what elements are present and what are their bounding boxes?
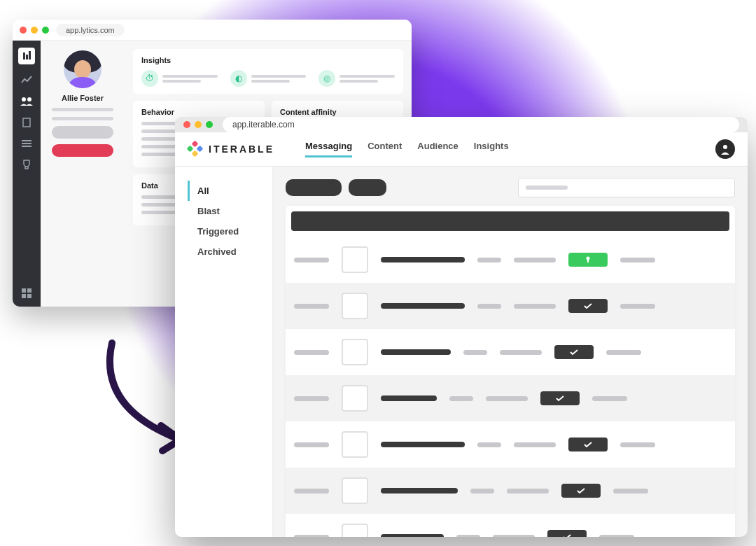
lytics-titlebar: app.lytics.com bbox=[13, 20, 412, 41]
thumbnail bbox=[342, 524, 368, 537]
search-input[interactable] bbox=[518, 178, 735, 197]
status-badge bbox=[540, 391, 580, 405]
status-badge bbox=[568, 253, 608, 267]
maximize-icon[interactable] bbox=[206, 121, 213, 128]
svg-rect-5 bbox=[23, 118, 30, 127]
close-icon[interactable] bbox=[183, 121, 190, 128]
insights-card: Insights ⏱ ◐ ◎ bbox=[133, 49, 403, 94]
iterable-logo[interactable]: ITERABLE bbox=[188, 141, 274, 157]
placeholder-line bbox=[514, 258, 556, 262]
table-row[interactable] bbox=[286, 329, 735, 375]
maximize-icon[interactable] bbox=[42, 27, 49, 34]
svg-rect-11 bbox=[22, 294, 26, 298]
thumbnail bbox=[342, 477, 368, 504]
analytics-icon[interactable] bbox=[20, 76, 33, 85]
svg-rect-15 bbox=[587, 260, 589, 262]
placeholder-line bbox=[620, 442, 655, 447]
document-icon[interactable] bbox=[20, 118, 33, 127]
brand-text: ITERABLE bbox=[209, 144, 274, 155]
placeholder-line bbox=[381, 303, 465, 309]
placeholder-line bbox=[493, 535, 535, 538]
placeholder-line bbox=[477, 304, 501, 309]
status-badge bbox=[554, 345, 594, 359]
nav-audience[interactable]: Audience bbox=[417, 141, 458, 158]
filter-button[interactable] bbox=[349, 179, 386, 196]
placeholder-line bbox=[500, 350, 542, 355]
placeholder-line bbox=[592, 396, 627, 401]
placeholder-line bbox=[381, 349, 451, 355]
thumbnail bbox=[342, 246, 368, 273]
card-title: Behavior bbox=[141, 108, 256, 116]
placeholder-line bbox=[507, 489, 549, 493]
placeholder-line bbox=[294, 535, 329, 538]
main-nav: Messaging Content Audience Insights bbox=[305, 141, 509, 158]
svg-rect-10 bbox=[27, 288, 31, 293]
sidebar-item-all[interactable]: All bbox=[188, 181, 272, 201]
iterable-logo-icon bbox=[188, 141, 203, 157]
avatar bbox=[64, 50, 102, 88]
table-row[interactable] bbox=[286, 237, 735, 283]
profile-panel: Allie Foster bbox=[41, 41, 125, 307]
iterable-window: app.iterable.com ITERABLE Messaging Cont… bbox=[175, 117, 748, 537]
nav-insights[interactable]: Insights bbox=[474, 141, 509, 158]
clock-icon: ⏱ bbox=[141, 70, 158, 87]
window-controls bbox=[20, 27, 49, 34]
status-badge bbox=[568, 438, 608, 451]
status-badge bbox=[547, 530, 587, 537]
placeholder-line bbox=[294, 396, 329, 401]
table-row[interactable] bbox=[286, 283, 735, 329]
placeholder-line bbox=[294, 489, 329, 493]
user-menu-icon[interactable] bbox=[715, 139, 735, 159]
placeholder-line bbox=[514, 304, 556, 309]
placeholder-line bbox=[294, 350, 329, 355]
placeholder-line bbox=[526, 186, 568, 190]
nav-messaging[interactable]: Messaging bbox=[305, 141, 352, 158]
minimize-icon[interactable] bbox=[31, 27, 38, 34]
people-icon[interactable] bbox=[20, 97, 33, 106]
nav-content[interactable]: Content bbox=[368, 141, 402, 158]
iterable-titlebar: app.iterable.com bbox=[175, 117, 748, 132]
minimize-icon[interactable] bbox=[195, 121, 202, 128]
table-row[interactable] bbox=[286, 468, 735, 514]
placeholder-line bbox=[514, 442, 556, 447]
trophy-icon[interactable] bbox=[20, 160, 33, 169]
sidebar-item-blast[interactable]: Blast bbox=[188, 201, 272, 221]
placeholder-line bbox=[456, 535, 480, 538]
apps-icon[interactable] bbox=[20, 288, 33, 298]
close-icon[interactable] bbox=[20, 27, 27, 34]
sidebar-item-archived[interactable]: Archived bbox=[188, 241, 272, 262]
placeholder-line bbox=[620, 304, 655, 309]
profile-name: Allie Foster bbox=[48, 94, 118, 102]
thumbnail bbox=[342, 293, 368, 319]
svg-point-13 bbox=[723, 145, 727, 149]
svg-point-3 bbox=[22, 97, 26, 102]
placeholder-line bbox=[294, 442, 329, 447]
table-row[interactable] bbox=[286, 375, 735, 421]
placeholder-line bbox=[449, 396, 473, 401]
placeholder-line bbox=[381, 488, 458, 493]
primary-button[interactable] bbox=[52, 144, 113, 157]
card-title: Insights bbox=[141, 56, 395, 64]
filter-button[interactable] bbox=[286, 179, 342, 196]
status-badge bbox=[568, 299, 608, 313]
lytics-logo-icon[interactable] bbox=[18, 48, 35, 64]
placeholder-line bbox=[486, 396, 528, 401]
secondary-button[interactable] bbox=[52, 126, 113, 139]
card-title: Content affinity bbox=[280, 108, 395, 116]
table-row[interactable] bbox=[286, 514, 735, 537]
svg-rect-0 bbox=[23, 52, 25, 59]
window-controls bbox=[183, 121, 213, 128]
insight-item: ◐ bbox=[230, 70, 307, 87]
list-icon[interactable] bbox=[20, 139, 33, 148]
address-bar[interactable]: app.lytics.com bbox=[56, 24, 125, 36]
target-icon: ◎ bbox=[318, 70, 335, 87]
placeholder-line bbox=[294, 258, 329, 262]
sidebar-item-triggered[interactable]: Triggered bbox=[188, 221, 272, 241]
address-bar[interactable]: app.iterable.com bbox=[223, 117, 739, 132]
table-row[interactable] bbox=[286, 421, 735, 468]
iterable-header: ITERABLE Messaging Content Audience Insi… bbox=[175, 132, 748, 167]
insight-item: ◎ bbox=[318, 70, 395, 87]
svg-point-14 bbox=[587, 257, 590, 260]
placeholder-line bbox=[52, 117, 113, 120]
toolbar bbox=[286, 178, 735, 197]
